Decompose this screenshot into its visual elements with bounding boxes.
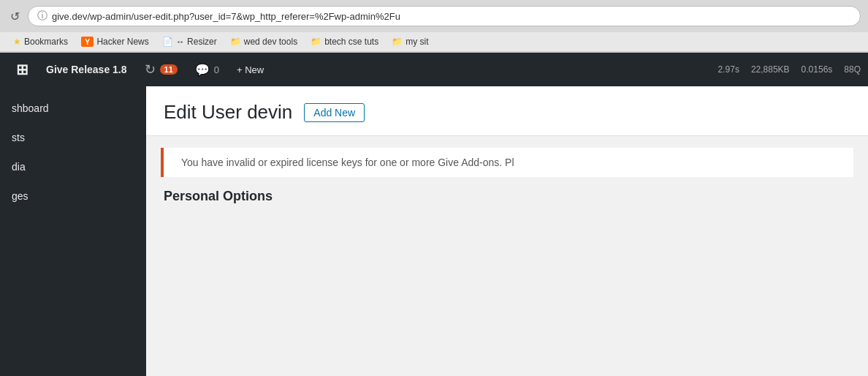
main-layout: shboard sts dia ges Edit User devin Add … xyxy=(0,86,868,376)
address-bar[interactable]: ⓘ give.dev/wp-admin/user-edit.php?user_i… xyxy=(28,6,861,26)
comments-count: 0 xyxy=(214,64,219,75)
bookmarks-bar: ★ Bookmarks Y Hacker News 📄 ↔ Resizer 📁 … xyxy=(0,32,868,52)
browser-chrome: ↺ ⓘ give.dev/wp-admin/user-edit.php?user… xyxy=(0,0,868,53)
reload-button[interactable]: ↺ xyxy=(7,9,22,23)
bookmark-bookmarks[interactable]: ★ Bookmarks xyxy=(7,35,74,48)
stat-memory: 22,885KB xyxy=(751,64,790,75)
content-inner: You have invalid or expired license keys… xyxy=(146,148,868,204)
updates-count: 11 xyxy=(160,64,178,75)
sidebar-item-dashboard[interactable]: shboard xyxy=(0,94,146,123)
comments-icon: 💬 xyxy=(195,63,210,77)
personal-options-heading: Personal Options xyxy=(146,189,868,204)
content-header: Edit User devin Add New xyxy=(146,86,868,136)
browser-toolbar: ↺ ⓘ give.dev/wp-admin/user-edit.php?user… xyxy=(0,0,868,32)
bookmark-hacker-news[interactable]: Y Hacker News xyxy=(75,35,155,48)
site-name-item[interactable]: Give Release 1.8 xyxy=(37,53,136,86)
bookmark-label: ↔ Resizer xyxy=(176,37,217,47)
sidebar: shboard sts dia ges xyxy=(0,86,146,376)
sidebar-item-media[interactable]: dia xyxy=(0,152,146,181)
y-combinator-icon: Y xyxy=(81,37,94,47)
bookmark-label: btech cse tuts xyxy=(324,37,378,47)
bookmark-wed-dev-tools[interactable]: 📁 wed dev tools xyxy=(224,35,303,48)
folder-icon: 📁 xyxy=(311,37,321,47)
sidebar-item-pages[interactable]: ges xyxy=(0,181,146,211)
star-icon: ★ xyxy=(13,37,21,47)
site-name-text: Give Release 1.8 xyxy=(46,64,127,75)
wp-logo-item[interactable]: ⊞ xyxy=(7,53,37,86)
wp-logo-icon: ⊞ xyxy=(16,61,28,78)
notice-text: You have invalid or expired license keys… xyxy=(181,157,514,168)
url-text: give.dev/wp-admin/user-edit.php?user_id=… xyxy=(52,11,400,22)
file-icon: 📄 xyxy=(162,37,173,47)
wp-admin-bar: ⊞ Give Release 1.8 ↻ 11 💬 0 + New 2.97s … xyxy=(0,53,868,86)
updates-icon: ↻ xyxy=(145,61,156,78)
page-title: Edit User devin xyxy=(164,101,292,124)
bookmark-my-sites[interactable]: 📁 my sit xyxy=(386,35,434,48)
new-label: + New xyxy=(237,64,264,75)
stat-time1: 2.97s xyxy=(718,64,739,75)
content-area: Edit User devin Add New You have invalid… xyxy=(146,86,868,376)
bookmark-label: wed dev tools xyxy=(244,37,297,47)
bookmark-resizer[interactable]: 📄 ↔ Resizer xyxy=(156,35,223,48)
comments-item[interactable]: 💬 0 xyxy=(186,53,228,86)
new-content-item[interactable]: + New xyxy=(228,53,273,86)
bookmark-label: Bookmarks xyxy=(24,37,68,47)
info-icon: ⓘ xyxy=(37,10,47,23)
stat-time2: 0.0156s xyxy=(802,64,833,75)
add-new-button[interactable]: Add New xyxy=(304,103,365,122)
bookmark-label: my sit xyxy=(406,37,428,47)
folder-icon: 📁 xyxy=(230,37,241,47)
updates-item[interactable]: ↻ 11 xyxy=(136,53,186,86)
stat-queries: 88Q xyxy=(844,64,861,75)
sidebar-item-posts[interactable]: sts xyxy=(0,123,146,152)
bookmark-btech-cse-tuts[interactable]: 📁 btech cse tuts xyxy=(305,35,384,48)
folder-icon: 📁 xyxy=(392,37,403,47)
bookmark-label: Hacker News xyxy=(96,37,148,47)
license-notice: You have invalid or expired license keys… xyxy=(161,148,853,177)
debug-stats: 2.97s 22,885KB 0.0156s 88Q xyxy=(718,64,861,75)
